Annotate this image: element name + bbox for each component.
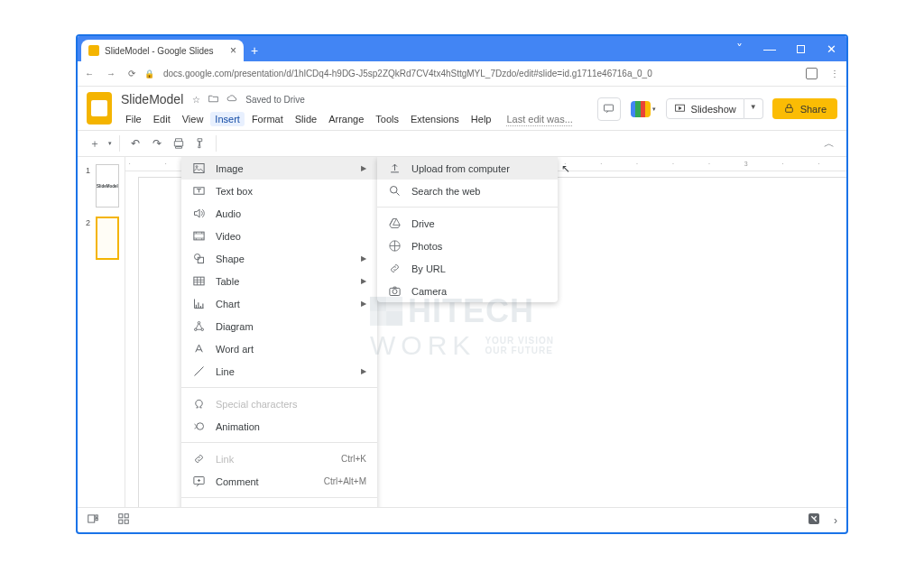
reload-button[interactable]: ⟳ (128, 69, 135, 78)
star-icon[interactable]: ☆ (192, 95, 200, 105)
image-submenu-item-drive[interactable]: Drive (377, 212, 558, 235)
toolbar: ＋ ↶ ↷ ︿ (78, 130, 846, 157)
menu-arrange[interactable]: Arrange (324, 112, 368, 126)
line-icon (192, 364, 206, 378)
close-window-button[interactable]: ✕ (816, 36, 846, 61)
slideshow-dropdown[interactable]: ▼ (744, 98, 763, 119)
svg-point-10 (195, 328, 198, 331)
slideshow-button[interactable]: Slideshow (666, 98, 744, 119)
svg-point-4 (196, 166, 198, 168)
side-panel-toggle[interactable]: › (834, 514, 837, 527)
drive-icon (388, 217, 402, 230)
svg-point-7 (195, 254, 200, 260)
last-edit-link[interactable]: Last edit was... (502, 112, 577, 126)
svg-rect-8 (198, 257, 203, 263)
image-submenu-item-search-the-web[interactable]: Search the web (377, 180, 558, 202)
back-button[interactable]: ← (85, 69, 94, 78)
omega-icon (192, 397, 206, 411)
document-title[interactable]: SlideModel (121, 92, 183, 106)
share-button[interactable]: Share (772, 98, 837, 119)
collapse-toolbar-button[interactable]: ︿ (819, 134, 839, 153)
submenu-arrow-icon: ▶ (361, 367, 366, 375)
insert-menu-item-line[interactable]: Line▶ (181, 360, 377, 383)
print-button[interactable] (169, 134, 189, 153)
lock-icon[interactable]: 🔒 (144, 69, 154, 78)
move-icon[interactable] (208, 93, 219, 106)
wordart-icon (192, 342, 206, 355)
insert-menu-item-animation[interactable]: Animation (181, 415, 377, 438)
insert-menu-item-image[interactable]: Image▶ (181, 157, 377, 180)
insert-menu-item-audio[interactable]: Audio (181, 202, 377, 225)
svg-rect-20 (96, 518, 97, 520)
paint-format-button[interactable] (190, 134, 210, 153)
image-submenu-item-camera[interactable]: Camera (377, 280, 558, 302)
upload-icon (388, 161, 402, 175)
menubar: FileEditViewInsertFormatSlideArrangeTool… (121, 111, 597, 127)
slides-logo-icon[interactable] (87, 92, 112, 125)
comment-history-button[interactable] (597, 97, 621, 121)
browser-tab[interactable]: SlideModel - Google Slides × (81, 40, 244, 61)
undo-button[interactable]: ↶ (125, 134, 145, 153)
extension-icon[interactable] (806, 68, 818, 79)
menu-file[interactable]: File (121, 112, 146, 126)
svg-point-12 (201, 328, 204, 331)
saved-status: Saved to Drive (245, 95, 305, 105)
insert-menu-item-new-slide[interactable]: New slideCtrl+M (181, 503, 377, 507)
textbox-icon (192, 184, 206, 198)
insert-menu-item-text-box[interactable]: Text box (181, 180, 377, 202)
image-submenu-item-upload-from-computer[interactable]: Upload from computer↖ (377, 157, 558, 180)
image-submenu: Upload from computer↖Search the webDrive… (377, 157, 558, 302)
app-header: SlideModel ☆ Saved to Drive FileEditView… (78, 87, 846, 130)
url-text[interactable]: docs.google.com/presentation/d/1hlCDq4-h… (163, 69, 797, 78)
tab-title: SlideModel - Google Slides (105, 46, 214, 56)
svg-rect-0 (605, 105, 614, 111)
insert-menu-item-comment[interactable]: CommentCtrl+Alt+M (181, 470, 377, 493)
insert-menu-item-diagram[interactable]: Diagram (181, 315, 377, 337)
menu-slide[interactable]: Slide (291, 112, 321, 126)
insert-menu-item-shape[interactable]: Shape▶ (181, 247, 377, 270)
submenu-arrow-icon: ▶ (361, 300, 366, 308)
insert-menu-item-chart[interactable]: Chart▶ (181, 292, 377, 315)
menu-edit[interactable]: Edit (149, 112, 175, 126)
cloud-saved-icon[interactable] (226, 93, 238, 106)
slide-filmstrip: 1SlideModel2 (78, 157, 125, 507)
grid-view-icon[interactable] (117, 512, 130, 529)
svg-point-13 (197, 423, 204, 430)
submenu-arrow-icon: ▶ (361, 254, 366, 263)
menu-help[interactable]: Help (467, 112, 496, 126)
slide-thumbnail[interactable]: 1SlideModel (83, 164, 119, 208)
shape-icon (192, 252, 206, 265)
image-submenu-item-by-url[interactable]: By URL (377, 257, 558, 280)
new-slide-button[interactable]: ＋ (85, 134, 105, 153)
minimize-button[interactable]: — (754, 36, 785, 61)
table-icon (192, 274, 206, 288)
forward-button[interactable]: → (106, 69, 116, 78)
dropdown-icon[interactable]: ˅ (724, 36, 754, 61)
svg-rect-23 (119, 520, 123, 523)
explore-button[interactable] (807, 512, 821, 530)
window-controls: ˅ — ✕ (724, 36, 846, 61)
browser-window: SlideModel - Google Slides × + ˅ — ✕ ← →… (76, 34, 848, 534)
filmstrip-view-icon[interactable] (87, 512, 99, 529)
chrome-menu-icon[interactable]: ⋮ (830, 69, 839, 78)
close-tab-icon[interactable]: × (230, 44, 236, 57)
menu-format[interactable]: Format (247, 112, 288, 126)
svg-rect-18 (88, 514, 95, 521)
slide-thumbnail[interactable]: 2 (83, 217, 119, 260)
new-tab-button[interactable]: + (244, 40, 265, 61)
insert-menu-item-table[interactable]: Table▶ (181, 270, 377, 292)
menu-insert[interactable]: Insert (210, 112, 245, 126)
menu-tools[interactable]: Tools (371, 112, 403, 126)
svg-rect-19 (96, 514, 97, 516)
redo-button[interactable]: ↷ (147, 134, 167, 153)
menu-extensions[interactable]: Extensions (406, 112, 464, 126)
slideshow-label: Slideshow (691, 104, 736, 115)
insert-menu-item-word-art[interactable]: Word art (181, 337, 377, 360)
maximize-button[interactable] (785, 36, 816, 61)
meet-button[interactable]: ▾ (630, 98, 657, 120)
comment-icon (192, 475, 206, 488)
insert-menu-item-video[interactable]: Video (181, 225, 377, 247)
cursor-icon: ↖ (561, 162, 570, 175)
menu-view[interactable]: View (178, 112, 208, 126)
image-submenu-item-photos[interactable]: Photos (377, 235, 558, 257)
